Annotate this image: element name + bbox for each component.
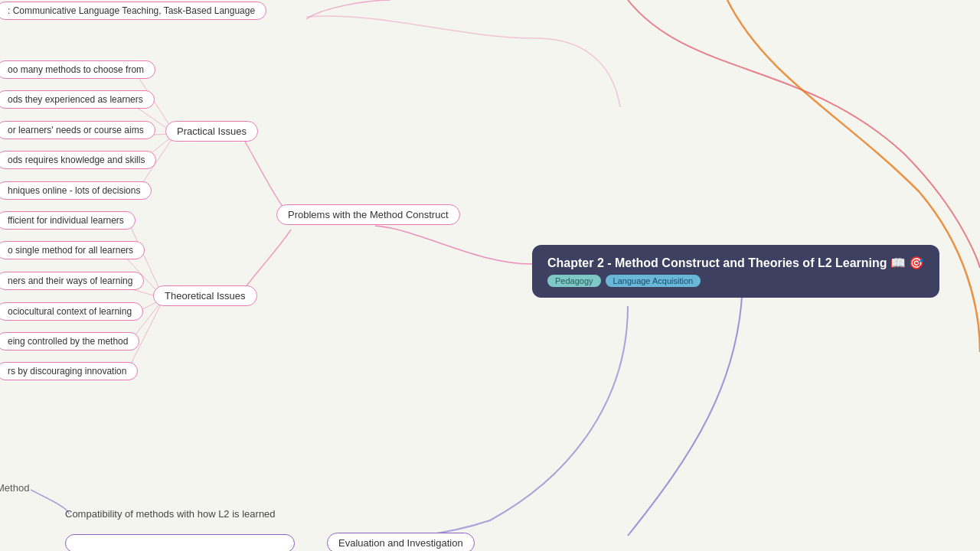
practical-issues-label: Practical Issues bbox=[165, 121, 258, 142]
top-leaf-label: : Communicative Language Teaching, Task-… bbox=[0, 2, 266, 20]
practical-issues-node[interactable]: Practical Issues bbox=[165, 121, 258, 142]
problems-method-node[interactable]: Problems with the Method Construct bbox=[276, 204, 460, 225]
central-title: Chapter 2 - Method Construct and Theorie… bbox=[547, 256, 924, 270]
compatibility-label: Compatibility of methods with how L2 is … bbox=[65, 508, 276, 520]
leaf-methods-experienced: ods they experienced as learners bbox=[0, 90, 155, 109]
theoretical-issues-label: Theoretical Issues bbox=[153, 285, 257, 306]
leaf-sociocultural: ociocultural context of learning bbox=[0, 302, 143, 321]
bottom-purple-leaf bbox=[65, 534, 295, 551]
leaf-insufficient: fficient for individual learners bbox=[0, 211, 136, 230]
central-node[interactable]: Chapter 2 - Method Construct and Theorie… bbox=[532, 245, 939, 298]
tag-pedagogy[interactable]: Pedagogy bbox=[547, 275, 601, 287]
problems-method-label: Problems with the Method Construct bbox=[276, 204, 460, 225]
leaf-techniques-online: hniques online - lots of decisions bbox=[0, 181, 152, 200]
leaf-too-many-methods: oo many methods to choose from bbox=[0, 60, 155, 79]
evaluation-label: Evaluation and Investigation bbox=[327, 533, 475, 551]
leaf-learners-needs: or learners' needs or course aims bbox=[0, 121, 155, 139]
leaf-single-method: o single method for all learners bbox=[0, 241, 145, 259]
compatibility-node: Compatibility of methods with how L2 is … bbox=[65, 507, 276, 520]
tag-language-acquisition[interactable]: Language Acquisition bbox=[606, 275, 701, 287]
leaf-knowledge-skills: ods requires knowledge and skills bbox=[0, 151, 156, 169]
leaf-learners-ways: ners and their ways of learning bbox=[0, 272, 144, 290]
leaf-discouraging: rs by discouraging innovation bbox=[0, 362, 138, 380]
method-label: Method bbox=[0, 482, 29, 494]
leaf-controlled-method: eing controlled by the method bbox=[0, 332, 139, 350]
theoretical-issues-node[interactable]: Theoretical Issues bbox=[153, 285, 257, 306]
evaluation-node[interactable]: Evaluation and Investigation bbox=[327, 533, 475, 551]
